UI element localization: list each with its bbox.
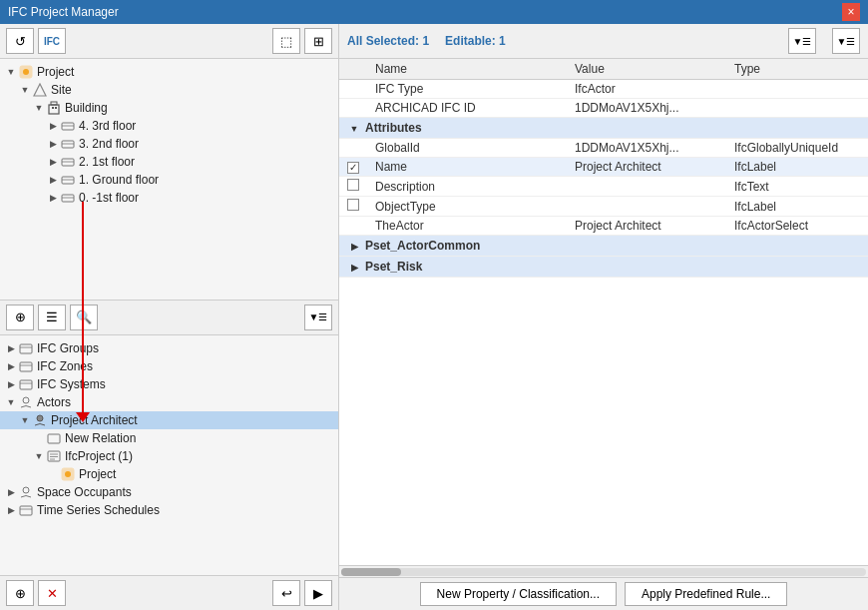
table-row: ObjectType IfcLabel (339, 197, 868, 217)
horizontal-scrollbar[interactable] (339, 565, 868, 577)
section-header-attributes[interactable]: ▼Attributes (339, 118, 868, 139)
tree-item-ifcgroups[interactable]: ▶ IFC Groups (0, 339, 338, 357)
tree-arrow-spaceoccupants[interactable]: ▶ (4, 485, 18, 499)
section-label-pset-risk: ▶Pset_Risk (339, 257, 852, 278)
table-row: GlobalId 1DDMoAV1X5Xhj... IfcGloballyUni… (339, 139, 868, 158)
tree-arrow-site[interactable]: ▼ (18, 83, 32, 97)
ifczones-icon (18, 358, 34, 374)
tree-item-floor3[interactable]: ▶ 4. 3rd floor (0, 117, 338, 135)
ifcproject-icon (46, 448, 62, 464)
bottom-btn-forward[interactable]: ▶ (304, 580, 332, 606)
tree-arrow-projectarchitect[interactable]: ▼ (18, 413, 32, 427)
project2-icon (60, 466, 76, 482)
properties-table: Name Value Type IFC Type IfcActor (339, 59, 868, 278)
scrollbar-thumb[interactable] (341, 568, 401, 576)
tree-arrow-floorm1[interactable]: ▶ (46, 191, 60, 205)
row-checkbox[interactable] (347, 179, 359, 191)
bottom-btn-back[interactable]: ↩ (272, 580, 300, 606)
floor1-icon (60, 154, 76, 170)
row-checkbox-cell[interactable] (339, 197, 367, 217)
tree-label-project: Project (37, 65, 74, 79)
all-selected-value: 1 (422, 34, 429, 48)
row-name: ARCHICAD IFC ID (367, 99, 567, 118)
row-value: 1DDMoAV1X5Xhj... (567, 139, 726, 158)
tree-item-newrelation[interactable]: ▶ New Relation (0, 429, 338, 447)
row-type: IfcLabel (726, 158, 852, 177)
tree-item-floorm1[interactable]: ▶ 0. -1st floor (0, 189, 338, 207)
tree-arrow-floor2[interactable]: ▶ (46, 137, 60, 151)
section-toggle-pset-actorcommon[interactable]: ▶ (347, 242, 361, 252)
toolbar-btn-select[interactable]: ⬚ (272, 28, 300, 54)
tree-arrow-actors[interactable]: ▼ (4, 395, 18, 409)
tree-arrow-timeseries[interactable]: ▶ (4, 503, 18, 517)
row-type (726, 99, 852, 118)
svg-rect-13 (62, 177, 74, 184)
tree-arrow-floor1[interactable]: ▶ (46, 155, 60, 169)
tree-item-site[interactable]: ▼ Site (0, 81, 338, 99)
tree-arrow-floor0[interactable]: ▶ (46, 173, 60, 187)
row-checkbox[interactable] (347, 199, 359, 211)
toolbar2-btn-add[interactable]: ⊕ (6, 305, 34, 330)
svg-rect-33 (20, 506, 32, 515)
row-value (567, 197, 726, 217)
right-toolbar-filter[interactable]: ▼☰ (832, 28, 860, 54)
tree-item-actors[interactable]: ▼ Actors (0, 393, 338, 411)
svg-rect-17 (20, 344, 32, 353)
lower-tree: ▶ IFC Groups ▶ IFC Zones ▶ IFC (0, 335, 338, 576)
toolbar2-btn-list[interactable]: ☰ (38, 305, 66, 330)
svg-rect-9 (62, 141, 74, 148)
tree-item-floor2[interactable]: ▶ 3. 2nd floor (0, 135, 338, 153)
toolbar-btn-rotate[interactable]: ↺ (6, 28, 34, 54)
tree-arrow-ifcsystems[interactable]: ▶ (4, 377, 18, 391)
row-name: Name (367, 158, 567, 177)
apply-predefined-btn[interactable]: Apply Predefined Rule... (625, 582, 787, 606)
tree-item-project2[interactable]: ▶ Project (0, 465, 338, 483)
new-property-btn[interactable]: New Property / Classification... (420, 582, 617, 606)
tree-arrow-building[interactable]: ▼ (32, 101, 46, 115)
row-name: ObjectType (367, 197, 567, 217)
section-toggle-attributes[interactable]: ▼ (347, 124, 361, 134)
tree-item-ifcsystems[interactable]: ▶ IFC Systems (0, 375, 338, 393)
section-toggle-pset-risk[interactable]: ▶ (347, 263, 361, 273)
row-checkbox[interactable] (347, 162, 359, 174)
toolbar2-btn-search[interactable]: 🔍 (70, 305, 98, 330)
toolbar2-btn-filter[interactable]: ▼☰ (304, 305, 332, 330)
row-checkbox-cell[interactable] (339, 177, 367, 197)
tree-arrow-ifcgroups[interactable]: ▶ (4, 341, 18, 355)
tree-item-building[interactable]: ▼ Building (0, 99, 338, 117)
right-toolbar-sort[interactable]: ▼☰ (788, 28, 816, 54)
tree-label-floor2: 3. 2nd floor (79, 137, 139, 151)
tree-arrow-ifczones[interactable]: ▶ (4, 359, 18, 373)
bottom-btn-add[interactable]: ⊕ (6, 580, 34, 606)
tree-item-floor1[interactable]: ▶ 2. 1st floor (0, 153, 338, 171)
row-type: IfcGloballyUniqueId (726, 139, 852, 158)
svg-point-24 (37, 415, 43, 421)
tree-arrow-ifcproject[interactable]: ▼ (32, 449, 46, 463)
tree-label-ifcsystems: IFC Systems (37, 377, 106, 391)
tree-item-projectarchitect[interactable]: ▼ Project Architect (0, 411, 338, 429)
tree-item-timeseries[interactable]: ▶ Time Series Schedules (0, 501, 338, 519)
table-row: IFC Type IfcActor (339, 80, 868, 99)
col-value: Value (567, 59, 726, 80)
row-checkbox-cell[interactable] (339, 158, 367, 177)
tree-item-ifcproject[interactable]: ▼ IfcProject (1) (0, 447, 338, 465)
right-toolbar: All Selected: 1 Editable: 1 ▼☰ ▼☰ (339, 24, 868, 59)
close-button[interactable]: × (842, 3, 860, 21)
tree-item-ifczones[interactable]: ▶ IFC Zones (0, 357, 338, 375)
tree-item-project[interactable]: ▼ Project (0, 63, 338, 81)
section-header-pset-risk[interactable]: ▶Pset_Risk (339, 257, 868, 278)
toolbar-btn-ifc[interactable]: IFC (38, 28, 66, 54)
toolbar-btn-expand[interactable]: ⊞ (304, 28, 332, 54)
tree-arrow-floor3[interactable]: ▶ (46, 119, 60, 133)
title-bar-title: IFC Project Manager (8, 5, 119, 19)
row-name: TheActor (367, 217, 567, 236)
floorm1-icon (60, 190, 76, 206)
tree-item-spaceoccupants[interactable]: ▶ Space Occupants (0, 483, 338, 501)
bottom-btn-delete[interactable]: ✕ (38, 580, 66, 606)
editable-label: Editable: (445, 34, 496, 48)
left-bottom-bar: ⊕ ✕ ↩ ▶ (0, 575, 338, 610)
section-header-pset-actorcommon[interactable]: ▶Pset_ActorCommon (339, 236, 868, 257)
row-name: GlobalId (367, 139, 567, 158)
tree-arrow-project[interactable]: ▼ (4, 65, 18, 79)
tree-item-floor0[interactable]: ▶ 1. Ground floor (0, 171, 338, 189)
